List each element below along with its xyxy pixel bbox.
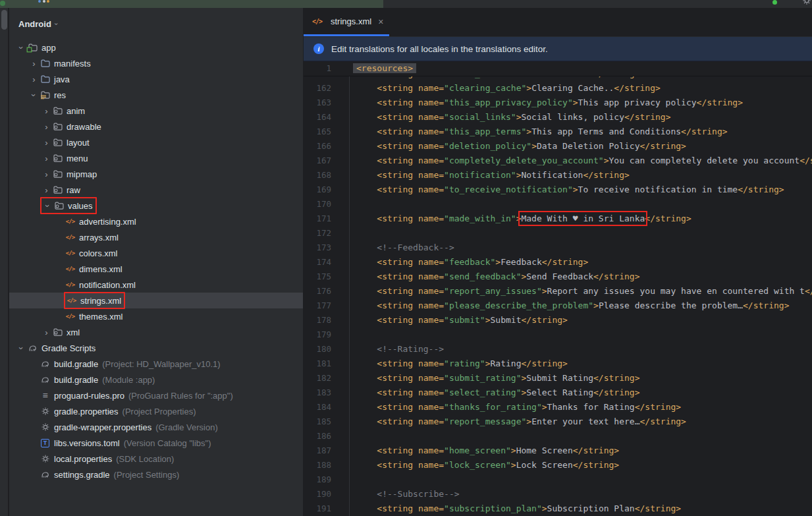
notification-banner: i Edit translations for all locales in t… <box>304 37 812 61</box>
tree-item-build-gradle[interactable]: ›build.gradle(Module :app) <box>9 372 303 387</box>
token-txt: To receive notification in time <box>578 185 738 194</box>
line-number: 186 <box>304 429 348 444</box>
chevron-right-icon[interactable]: › <box>41 327 52 338</box>
tree-item-raw[interactable]: ›raw <box>9 182 303 198</box>
code-line-162[interactable]: 162 <string name="clearing_cache">Cleari… <box>304 81 812 96</box>
code-line-188[interactable]: 188 <string name="lock_screen">Lock Scre… <box>304 458 812 473</box>
tree-item-proguard-rules-pro[interactable]: ›≡proguard-rules.pro(ProGuard Rules for … <box>9 387 303 403</box>
code-line-183[interactable]: 183 <string name="select_rating">Select … <box>304 386 812 400</box>
settings-gear-icon[interactable] <box>802 0 811 5</box>
code-area[interactable]: 1 <resources> <string name="cache_cleare… <box>304 61 812 516</box>
tree-item-dimens-xml[interactable]: ›</>dimens.xml <box>9 261 303 277</box>
code-line-181[interactable]: 181 <string name="rating">Rating</string… <box>304 357 812 371</box>
code-line-166[interactable]: 166 <string name="deletion_policy">Data … <box>304 139 812 154</box>
token-val: "submit_rating" <box>444 373 521 383</box>
chevron-right-icon[interactable]: › <box>41 137 52 148</box>
code-line-175[interactable]: 175 <string name="send_feedback">Send Fe… <box>304 270 812 284</box>
line-number: 1 <box>304 61 348 76</box>
tree-item-label: gradle.properties <box>54 407 119 416</box>
code-line-179[interactable]: 179 <box>304 328 812 342</box>
tree-item-res[interactable]: ›res <box>9 87 303 103</box>
line-number: 179 <box>304 328 348 342</box>
code-line-163[interactable]: 163 <string name="this_app_privacy_polic… <box>304 96 812 110</box>
token-tag: > <box>526 127 531 136</box>
token-tag: <string name= <box>356 286 444 296</box>
project-view-mode-selector[interactable]: Android › <box>9 8 303 40</box>
tree-item-manifests[interactable]: ›manifests <box>9 55 303 71</box>
tree-item-gradle-properties[interactable]: ›gradle.properties(Project Properties) <box>9 403 303 419</box>
code-line-177[interactable]: 177 <string name="please_describe_the_pr… <box>304 299 812 313</box>
code-line-184[interactable]: 184 <string name="thanks_for_rating">Tha… <box>304 400 812 415</box>
gradle-icon <box>40 374 51 385</box>
tree-item-label: arrays.xml <box>79 233 119 243</box>
project-tool-window-button[interactable] <box>1 10 7 30</box>
chevron-right-icon[interactable]: › <box>28 74 40 85</box>
sticky-header-line[interactable]: 1 <resources> <box>304 61 812 76</box>
chevron-down-icon[interactable]: › <box>16 343 27 354</box>
close-icon[interactable]: × <box>378 16 383 27</box>
tree-item-java[interactable]: ›java <box>9 71 303 87</box>
tree-item-strings-xml[interactable]: ›</>strings.xml <box>9 293 303 308</box>
token-tag: <string name= <box>356 373 444 383</box>
code-line-164[interactable]: 164 <string name="social_links">Social l… <box>304 110 812 125</box>
code-line-170[interactable]: 170 <box>304 197 812 212</box>
tree-item-advertising-xml[interactable]: ›</>advertising.xml <box>9 214 303 229</box>
tree-item-gradle-scripts[interactable]: ›Gradle Scripts <box>9 340 303 356</box>
tree-item-local-properties[interactable]: ›local.properties(SDK Location) <box>9 451 303 467</box>
code-line-187[interactable]: 187 <string name="home_screen">Home Scre… <box>304 444 812 458</box>
token-tag: <string name= <box>356 402 444 412</box>
code-line-191[interactable]: 191 <string name="subscription_plan">Sub… <box>304 502 812 516</box>
code-line-173[interactable]: 173 <!--Feedback--> <box>304 241 812 255</box>
tree-item-settings-gradle[interactable]: ›settings.gradle(Project Settings) <box>9 467 303 482</box>
tree-item-menu[interactable]: ›menu <box>9 150 303 166</box>
tree-item-mipmap[interactable]: ›mipmap <box>9 166 303 182</box>
tree-item-xml[interactable]: ›xml <box>9 324 303 340</box>
chevron-down-icon[interactable]: › <box>42 200 53 212</box>
tree-item-themes-xml[interactable]: ›</>themes.xml <box>9 308 303 324</box>
token-val: "please_describe_the_problem" <box>444 301 593 310</box>
chevron-right-icon[interactable]: › <box>41 153 52 164</box>
tree-item-libs-versions-toml[interactable]: ›Tlibs.versions.toml(Version Catalog "li… <box>9 435 303 451</box>
code-line-168[interactable]: 168 <string name="notification">Notifica… <box>304 168 812 183</box>
token-tag: </string> <box>799 156 812 165</box>
code-line-182[interactable]: 182 <string name="submit_rating">Submit … <box>304 371 812 386</box>
tree-item-anim[interactable]: ›anim <box>9 103 303 119</box>
code-line-186[interactable]: 186 <box>304 429 812 444</box>
code-line-178[interactable]: 178 <string name="submit">Submit</string… <box>304 313 812 328</box>
project-tree: ›app›manifests›java›res›anim›drawable›la… <box>9 40 303 482</box>
tree-item-arrays-xml[interactable]: ›</>arrays.xml <box>9 229 303 245</box>
code-line-189[interactable]: 189 <box>304 473 812 487</box>
code-line-190[interactable]: 190 <!--Subscribe--> <box>304 487 812 502</box>
code-text: <string name="home_screen">Home Screen</… <box>348 444 619 458</box>
tree-item-values[interactable]: ›values <box>9 198 303 214</box>
chevron-down-icon[interactable]: › <box>16 42 27 53</box>
code-line-185[interactable]: 185 <string name="report_message">Enter … <box>304 415 812 429</box>
chevron-right-icon[interactable]: › <box>41 169 52 180</box>
tree-item-label: colors.xml <box>79 248 118 258</box>
tree-item-colors-xml[interactable]: ›</>colors.xml <box>9 245 303 261</box>
tree-item-gradle-wrapper-properties[interactable]: ›gradle-wrapper.properties(Gradle Versio… <box>9 419 303 435</box>
res-subfolder-icon <box>52 185 63 195</box>
chevron-right-icon[interactable]: › <box>28 58 40 69</box>
chevron-right-icon[interactable]: › <box>41 185 52 196</box>
token-tag: > <box>542 402 547 412</box>
code-line-167[interactable]: 167 <string name="completely_delete_you_… <box>304 154 812 168</box>
tree-item-layout[interactable]: ›layout <box>9 134 303 150</box>
chevron-right-icon[interactable]: › <box>41 121 52 132</box>
code-line-176[interactable]: 176 <string name="report_any_issues">Rep… <box>304 284 812 299</box>
code-line-172[interactable]: 172 <box>304 226 812 241</box>
editor-tab-strings-xml[interactable]: </> strings.xml × <box>304 9 389 36</box>
tree-item-secondary: (Gradle Version) <box>155 422 218 432</box>
chevron-down-icon[interactable]: › <box>28 90 40 101</box>
code-line-180[interactable]: 180 <!--Rating--> <box>304 342 812 357</box>
code-line-165[interactable]: 165 <string name="this_app_terms">This a… <box>304 125 812 139</box>
chevron-right-icon[interactable]: › <box>41 105 52 117</box>
code-line-174[interactable]: 174 <string name="feedback">Feedback</st… <box>304 255 812 270</box>
tree-item-notification-xml[interactable]: ›</>notification.xml <box>9 277 303 293</box>
tree-item-app[interactable]: ›app <box>9 40 303 55</box>
tree-item-build-gradle[interactable]: ›build.gradle(Project: HD_Wallpaper_v10.… <box>9 356 303 372</box>
tree-item-drawable[interactable]: ›drawable <box>9 119 303 134</box>
code-line-169[interactable]: 169 <string name="to_receive_notificatio… <box>304 183 812 197</box>
token-val: "home_screen" <box>444 445 511 455</box>
code-line-171[interactable]: 171 <string name="made_with_in">Made Wit… <box>304 212 812 226</box>
